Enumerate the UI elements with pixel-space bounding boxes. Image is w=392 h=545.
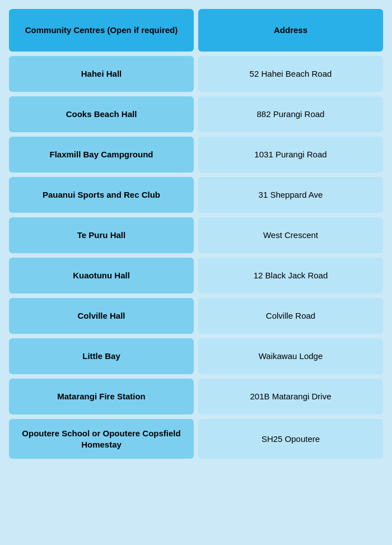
venue-name-cell: Pauanui Sports and Rec Club bbox=[9, 177, 194, 213]
venue-name-text: Te Puru Hall bbox=[77, 230, 125, 241]
table-header-row: Community Centres (Open if required) Add… bbox=[9, 9, 383, 52]
venue-address-cell: SH25 Opoutere bbox=[198, 419, 383, 459]
venue-name-cell: Opoutere School or Opoutere Copsfield Ho… bbox=[9, 419, 194, 459]
venue-address-text: 201B Matarangi Drive bbox=[250, 391, 331, 402]
table-row: Kuaotunu Hall12 Black Jack Road bbox=[9, 258, 383, 294]
venue-address-text: 882 Purangi Road bbox=[257, 109, 325, 120]
venue-address-cell: 882 Purangi Road bbox=[198, 96, 383, 132]
table-row: Little BayWaikawau Lodge bbox=[9, 338, 383, 374]
table-row: Matarangi Fire Station201B Matarangi Dri… bbox=[9, 379, 383, 414]
venue-name-text: Opoutere School or Opoutere Copsfield Ho… bbox=[16, 428, 187, 450]
venue-name-cell: Matarangi Fire Station bbox=[9, 379, 194, 414]
venue-name-cell: Little Bay bbox=[9, 338, 194, 374]
venue-name-cell: Te Puru Hall bbox=[9, 217, 194, 253]
venue-name-text: Kuaotunu Hall bbox=[73, 270, 130, 281]
table-row: Flaxmill Bay Campground1031 Purangi Road bbox=[9, 137, 383, 173]
venue-name-text: Matarangi Fire Station bbox=[57, 391, 146, 402]
venue-name-cell: Cooks Beach Hall bbox=[9, 96, 194, 132]
community-centres-table: Community Centres (Open if required) Add… bbox=[9, 9, 383, 459]
venue-name-text: Pauanui Sports and Rec Club bbox=[43, 189, 160, 201]
venue-address-text: 52 Hahei Beach Road bbox=[250, 68, 332, 80]
venue-address-cell: West Crescent bbox=[198, 217, 383, 253]
venue-address-cell: 52 Hahei Beach Road bbox=[198, 56, 383, 92]
venue-address-text: 31 Sheppard Ave bbox=[259, 189, 323, 201]
venue-address-cell: 1031 Purangi Road bbox=[198, 137, 383, 173]
table-row: Colville HallColville Road bbox=[9, 298, 383, 334]
venue-address-text: Colville Road bbox=[266, 310, 315, 322]
venue-name-text: Little Bay bbox=[82, 351, 120, 362]
venue-name-text: Colville Hall bbox=[77, 310, 125, 322]
header-address-label: Address bbox=[274, 25, 307, 36]
venue-name-text: Cooks Beach Hall bbox=[66, 109, 137, 120]
venue-address-cell: 201B Matarangi Drive bbox=[198, 379, 383, 414]
venue-name-cell: Flaxmill Bay Campground bbox=[9, 137, 194, 173]
venue-address-cell: Colville Road bbox=[198, 298, 383, 334]
venue-address-cell: Waikawau Lodge bbox=[198, 338, 383, 374]
venue-address-text: 1031 Purangi Road bbox=[254, 149, 326, 160]
venue-name-text: Flaxmill Bay Campground bbox=[49, 149, 153, 160]
venue-address-text: Waikawau Lodge bbox=[259, 351, 323, 362]
venue-address-cell: 31 Sheppard Ave bbox=[198, 177, 383, 213]
table-row: Cooks Beach Hall882 Purangi Road bbox=[9, 96, 383, 132]
venue-name-cell: Colville Hall bbox=[9, 298, 194, 334]
venue-address-text: 12 Black Jack Road bbox=[254, 270, 328, 281]
header-name-cell: Community Centres (Open if required) bbox=[9, 9, 194, 52]
venue-name-cell: Hahei Hall bbox=[9, 56, 194, 92]
table-row: Hahei Hall52 Hahei Beach Road bbox=[9, 56, 383, 92]
table-row: Pauanui Sports and Rec Club31 Sheppard A… bbox=[9, 177, 383, 213]
venue-name-cell: Kuaotunu Hall bbox=[9, 258, 194, 294]
venue-address-text: SH25 Opoutere bbox=[262, 434, 320, 445]
table-row: Opoutere School or Opoutere Copsfield Ho… bbox=[9, 419, 383, 459]
venue-name-text: Hahei Hall bbox=[81, 68, 122, 80]
venue-address-cell: 12 Black Jack Road bbox=[198, 258, 383, 294]
venue-address-text: West Crescent bbox=[263, 230, 318, 241]
header-address-cell: Address bbox=[198, 9, 383, 52]
header-name-label: Community Centres (Open if required) bbox=[25, 25, 178, 36]
table-row: Te Puru HallWest Crescent bbox=[9, 217, 383, 253]
